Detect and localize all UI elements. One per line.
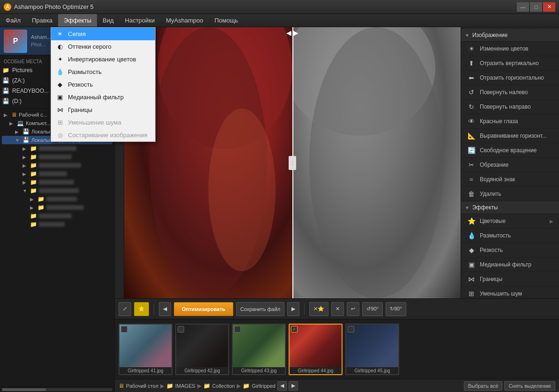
- rotate-ccw-button[interactable]: ↺90°: [362, 302, 383, 316]
- effect-flip-v[interactable]: ⬆ Отразить вертикально: [461, 56, 559, 71]
- breadcrumb-collection[interactable]: 📁 Collection: [203, 383, 235, 389]
- nav-prev-button[interactable]: ◀: [159, 302, 171, 316]
- save-button[interactable]: Сохранить файл: [236, 302, 284, 316]
- film-item-45[interactable]: Girltripped 45.jpg: [345, 324, 399, 375]
- breadcrumb-images[interactable]: 📁 IMAGES: [166, 383, 195, 389]
- zoom-to-fit-button[interactable]: ⤢: [119, 302, 131, 316]
- menu-file[interactable]: Файл: [0, 14, 26, 27]
- c-drive-icon: 💾: [22, 128, 30, 135]
- favorite-button[interactable]: ⭐: [134, 302, 149, 316]
- effect-straighten[interactable]: 📐 Выравнивание горизонт...: [461, 129, 559, 143]
- effect-edges[interactable]: ⋈ Границы: [461, 272, 559, 287]
- sepia-hair-svg: [292, 27, 461, 298]
- undo-button[interactable]: ↩: [347, 302, 359, 316]
- menu-edges[interactable]: ⋈ Границы: [51, 104, 155, 116]
- menu-edit[interactable]: Правка: [26, 14, 58, 27]
- window-controls[interactable]: — □ ✕: [517, 2, 555, 12]
- nav-next-button[interactable]: ▶: [287, 302, 299, 316]
- divider-handle[interactable]: ⋮: [289, 156, 296, 170]
- breadcrumb-nav-right[interactable]: ▶: [289, 381, 298, 391]
- straighten-icon: 📐: [467, 131, 476, 141]
- arrow-right-icon: ▶: [293, 29, 298, 37]
- minimize-button[interactable]: —: [517, 2, 529, 12]
- tree-subfolder-2[interactable]: ▶ 📁: [28, 203, 112, 212]
- effect-delete[interactable]: 🗑 Удалить: [461, 187, 559, 201]
- menu-effects[interactable]: Эффекты: [58, 14, 97, 27]
- tree-folder-3[interactable]: ▶ 📁: [21, 161, 112, 170]
- blurred-name-6: [39, 188, 79, 193]
- sharpen-effect-icon: ◆: [467, 245, 476, 255]
- effect-free-rotate[interactable]: 🔄 Свободное вращение: [461, 143, 559, 158]
- breadcrumb-girltripped[interactable]: 📁 Girltripped: [243, 383, 276, 389]
- effect-crop[interactable]: ✂ Обрезание: [461, 158, 559, 172]
- menu-blur[interactable]: 💧 Размытость: [51, 66, 155, 78]
- effect-rotate-left[interactable]: ↺ Повернуть налево: [461, 85, 559, 100]
- menu-help[interactable]: Помощь: [209, 14, 244, 27]
- film-name-42: Girltripped 42.jpg: [176, 367, 228, 374]
- menu-settings[interactable]: Настройки: [119, 14, 161, 27]
- deselect-button[interactable]: Снять выделение: [504, 381, 555, 391]
- effect-watermark[interactable]: ≈ Водяной знак: [461, 172, 559, 187]
- tree-folder-1[interactable]: ▶ 📁: [21, 144, 112, 153]
- select-all-button[interactable]: Выбрать всё: [464, 381, 503, 391]
- tree-folder-7[interactable]: 📁: [21, 212, 112, 220]
- deselect-label: Снять выделение: [508, 383, 551, 389]
- color-effects-submenu-arrow: ▶: [550, 219, 553, 224]
- rotate-right-icon: ↻: [467, 102, 476, 111]
- blurred-name-4: [39, 171, 67, 176]
- tree-folder-5[interactable]: ▶ 📁: [21, 178, 112, 186]
- tree-folder-4[interactable]: ▶ 📁: [21, 170, 112, 178]
- menu-sepia[interactable]: ☀ Сепия: [51, 28, 155, 40]
- film-item-41[interactable]: Girltripped 41.jpg: [119, 324, 172, 375]
- maximize-button[interactable]: □: [530, 2, 542, 12]
- menu-invert[interactable]: ✦ Инвертирование цветов: [51, 53, 155, 66]
- menu-myashampoo[interactable]: MyAshampoo: [160, 14, 209, 27]
- tree-subfolder-1[interactable]: ▶ 📁: [28, 195, 112, 203]
- rotate-cw-button[interactable]: ↻90°: [386, 302, 406, 316]
- rotate-cw-icon: ↻90°: [390, 306, 402, 312]
- tree-folder-8[interactable]: 📁: [21, 220, 112, 229]
- image-section-label: Изображение: [472, 32, 508, 38]
- color-change-label: Изменение цветов: [480, 45, 529, 52]
- close-button[interactable]: ✕: [543, 2, 555, 12]
- effect-denoise[interactable]: ⊞ Уменьшить шум: [461, 287, 559, 298]
- denoise-label: Уменьшение шума: [68, 119, 121, 126]
- effect-blur[interactable]: 💧 Размытость: [461, 229, 559, 243]
- tree-folder-6[interactable]: ▼ 📁: [21, 186, 112, 195]
- edges-effect-icon: ⋈: [467, 274, 476, 284]
- effect-flip-h[interactable]: ⬅ Отразить горизонтально: [461, 71, 559, 85]
- film-checkbox-41[interactable]: [121, 326, 127, 333]
- image-section-header[interactable]: ▼ Изображение: [461, 29, 559, 42]
- tree-folder-2[interactable]: ▶ 📁: [21, 153, 112, 161]
- film-checkbox-43[interactable]: [234, 326, 241, 333]
- menu-view[interactable]: Вид: [97, 14, 119, 27]
- film-checkbox-45[interactable]: [348, 326, 354, 333]
- film-checkbox-44[interactable]: ✓: [291, 326, 298, 333]
- optimize-button[interactable]: Оптимизировать: [174, 302, 233, 316]
- rotate-right-label: Повернуть направо: [480, 104, 531, 110]
- effect-median[interactable]: ▣ Медианный фильтр: [461, 258, 559, 272]
- photo-right-sepia: [292, 27, 461, 298]
- effect-rotate-right[interactable]: ↻ Повернуть направо: [461, 100, 559, 114]
- effect-color-effects[interactable]: ⭐ Цветовые ▶: [461, 214, 559, 229]
- app-logo: P: [4, 30, 27, 53]
- d-drive-label: (D:): [12, 98, 22, 104]
- menu-sharpen[interactable]: ◆ Резкость: [51, 78, 155, 91]
- film-item-44[interactable]: ✓ Girltripped 44.jpg: [289, 324, 343, 375]
- remove-button[interactable]: ✕: [331, 302, 344, 316]
- film-checkbox-42[interactable]: [178, 326, 184, 333]
- menu-median[interactable]: ▣ Медианный фильтр: [51, 91, 155, 104]
- breadcrumb-desktop[interactable]: 🖥 Рабочий стол: [119, 383, 158, 389]
- sidebar-scrollbar[interactable]: [0, 386, 114, 392]
- effects-section-header[interactable]: ▼ Эффекты: [461, 201, 559, 214]
- crop-icon: ✂: [467, 160, 476, 170]
- film-item-42[interactable]: Girltripped 42.jpg: [175, 324, 229, 375]
- delete-selected-button[interactable]: ✕⭐: [309, 302, 328, 316]
- breadcrumb-nav-left[interactable]: ◀: [277, 381, 287, 391]
- effect-red-eye[interactable]: 👁 Красные глаза: [461, 114, 559, 129]
- film-item-43[interactable]: Girltripped 43.jpg: [232, 324, 286, 375]
- zoom-fit-icon: ⤢: [123, 306, 127, 312]
- menu-grayscale[interactable]: ◐ Оттенки серого: [51, 40, 155, 53]
- effect-color-change[interactable]: ☀ Изменение цветов: [461, 42, 559, 56]
- effect-sharpen[interactable]: ◆ Резкость: [461, 243, 559, 258]
